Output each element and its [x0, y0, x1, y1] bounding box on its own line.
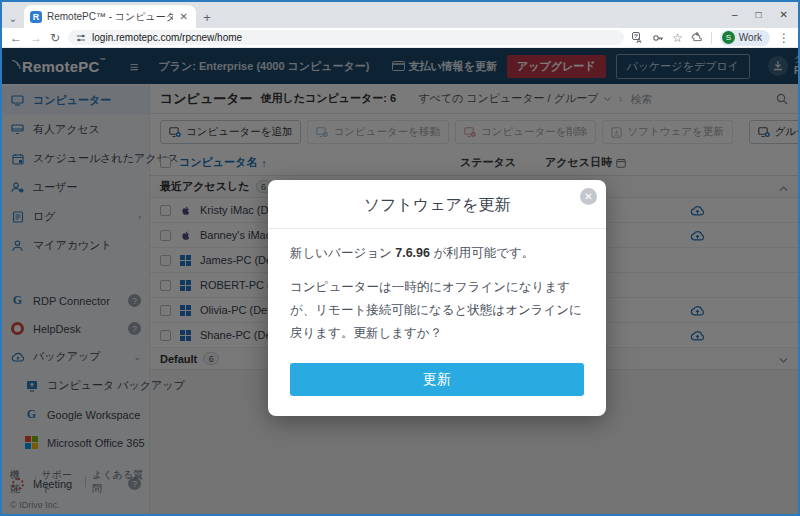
browser-toolbar: ← → ↻ login.remotepc.com/rpcnew/home ☆ S…	[2, 28, 798, 48]
modal-close-icon[interactable]: ✕	[580, 188, 597, 205]
new-tab-button[interactable]: +	[196, 6, 218, 28]
maximize-button[interactable]: □	[756, 9, 762, 20]
tab-close-icon[interactable]: ✕	[178, 11, 190, 22]
remotepc-favicon: R	[30, 11, 42, 23]
remotepc-app: RemotePC ™ ≡ プラン: Enterprise (4000 コンピュー…	[2, 48, 798, 514]
tab-title: RemotePC™ - コンピューター	[47, 10, 173, 24]
translate-icon[interactable]	[632, 32, 644, 44]
modal-description: コンピューターは一時的にオフラインになりますが、リモート接続可能になると状態はオ…	[290, 276, 584, 345]
update-software-modal: ソフトウェアを更新 ✕ 新しいバージョン 7.6.96 が利用可能です。 コンピ…	[268, 180, 606, 416]
tab-search-icon[interactable]: ⌄	[2, 8, 24, 28]
tab-strip: ⌄ R RemotePC™ - コンピューター ✕ + – □ ✕	[2, 2, 798, 28]
version-line: 新しいバージョン 7.6.96 が利用可能です。	[290, 245, 584, 262]
url-text: login.remotepc.com/rpcnew/home	[92, 32, 242, 43]
back-button[interactable]: ←	[10, 32, 22, 44]
window-controls: – □ ✕	[732, 2, 794, 26]
profile-chip[interactable]: S Work	[720, 30, 770, 46]
modal-body: 新しいバージョン 7.6.96 が利用可能です。 コンピューターは一時的にオフラ…	[268, 229, 606, 345]
profile-name: Work	[739, 32, 762, 43]
toolbar-divider	[711, 32, 712, 44]
minimize-button[interactable]: –	[732, 9, 738, 20]
site-info-icon[interactable]	[76, 33, 86, 43]
close-button[interactable]: ✕	[780, 9, 788, 20]
address-bar[interactable]: login.remotepc.com/rpcnew/home	[68, 30, 624, 45]
profile-avatar: S	[722, 31, 735, 44]
update-button[interactable]: 更新	[290, 363, 584, 396]
modal-title: ソフトウェアを更新	[268, 195, 606, 216]
version-number: 7.6.96	[395, 246, 430, 260]
browser-tab[interactable]: R RemotePC™ - コンピューター ✕	[24, 5, 196, 28]
browser-menu-icon[interactable]: ⋮	[778, 31, 790, 45]
reload-button[interactable]: ↻	[50, 32, 60, 44]
passwords-icon[interactable]	[652, 32, 664, 44]
extensions-icon[interactable]	[691, 32, 703, 44]
bookmark-star-icon[interactable]: ☆	[672, 31, 683, 45]
forward-button[interactable]: →	[30, 32, 42, 44]
modal-header: ソフトウェアを更新 ✕	[268, 180, 606, 229]
browser-window: ⌄ R RemotePC™ - コンピューター ✕ + – □ ✕ ← → ↻ …	[0, 0, 800, 516]
